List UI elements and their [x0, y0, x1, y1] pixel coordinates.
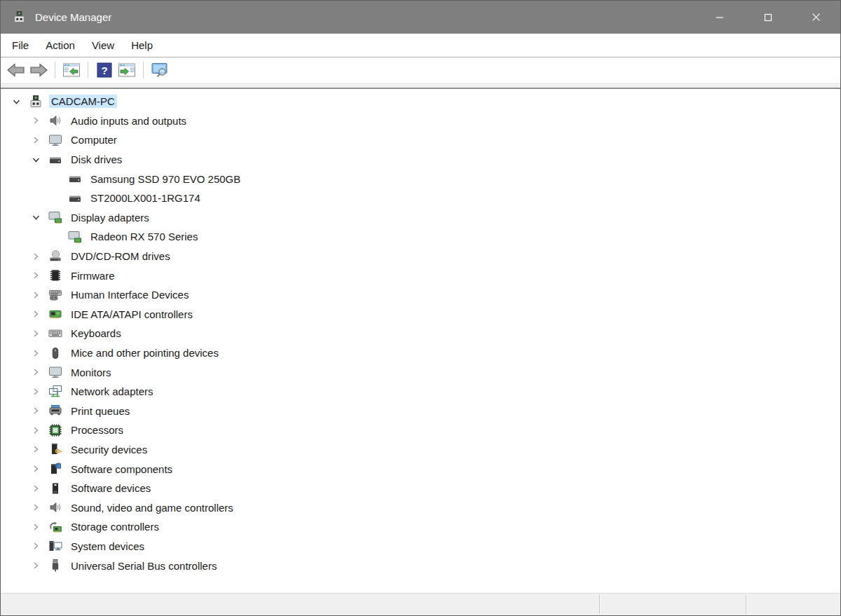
show-console-tree-button[interactable]: [61, 60, 82, 80]
tree-item-monitors[interactable]: Monitors: [1, 362, 840, 382]
chevron-right-icon[interactable]: [26, 484, 46, 493]
tree-item-label[interactable]: Disk drives: [69, 153, 124, 166]
tree-item-label[interactable]: Human Interface Devices: [69, 288, 191, 301]
tree-item-label[interactable]: Monitors: [69, 366, 114, 379]
chevron-right-icon[interactable]: [26, 502, 46, 512]
statusbar-pane: [600, 594, 746, 615]
tree-item-security-devices[interactable]: Security devices: [1, 440, 840, 460]
tree-item-label[interactable]: Software components: [69, 463, 175, 476]
dvd-icon: [48, 249, 62, 263]
chevron-right-icon[interactable]: [26, 444, 46, 454]
tree-item-display-adapters[interactable]: Display adapters: [1, 208, 840, 228]
tree-item-label[interactable]: System devices: [69, 540, 146, 553]
statusbar-pane: [746, 594, 840, 615]
menu-file[interactable]: File: [4, 34, 37, 57]
tree-item-human-interface-devices[interactable]: Human Interface Devices: [1, 285, 840, 305]
tree-item-label[interactable]: ST2000LX001-1RG174: [88, 191, 203, 205]
tree-item-label[interactable]: Audio inputs and outputs: [69, 114, 189, 128]
chevron-down-icon[interactable]: [26, 155, 46, 165]
hid-icon: [48, 288, 62, 302]
chevron-right-icon[interactable]: [26, 271, 46, 280]
tree-item-radeon-rx-570-series[interactable]: Radeon RX 570 Series: [1, 227, 840, 247]
tree-item-mice-and-other-pointing-devices[interactable]: Mice and other pointing devices: [1, 343, 840, 363]
disk-icon: [68, 191, 82, 205]
toolbar-separator: [88, 62, 88, 78]
tree-item-software-components[interactable]: Software components: [1, 459, 840, 479]
tree-item-label[interactable]: Print queues: [69, 404, 132, 418]
tree-item-storage-controllers[interactable]: Storage controllers: [1, 517, 840, 537]
tree-item-ide-ata-atapi-controllers[interactable]: IDE ATA/ATAPI controllers: [1, 305, 840, 324]
menu-help[interactable]: Help: [123, 34, 161, 57]
chevron-right-icon[interactable]: [26, 406, 46, 416]
monitor-icon: [48, 365, 62, 379]
chevron-right-icon[interactable]: [26, 116, 46, 125]
tree-item-label[interactable]: DVD/CD-ROM drives: [69, 249, 172, 263]
tree-item-label[interactable]: Keyboards: [69, 327, 123, 340]
tree-item-label[interactable]: Computer: [69, 133, 119, 146]
tree-item-label[interactable]: IDE ATA/ATAPI controllers: [69, 308, 195, 321]
scan-hardware-changes-button[interactable]: [149, 60, 170, 80]
chevron-right-icon[interactable]: [26, 561, 46, 570]
tree-item-keyboards[interactable]: Keyboards: [1, 324, 840, 343]
tree-item-computer[interactable]: Computer: [1, 130, 840, 150]
tree-item-network-adapters[interactable]: Network adapters: [1, 382, 840, 402]
chevron-right-icon[interactable]: [26, 367, 46, 377]
minimize-icon: [716, 13, 724, 22]
tree-item-print-queues[interactable]: Print queues: [1, 402, 840, 421]
tree-item-firmware[interactable]: Firmware: [1, 266, 840, 285]
tree-item-label[interactable]: Network adapters: [69, 385, 156, 398]
chevron-right-icon[interactable]: [26, 329, 46, 338]
forward-arrow-icon: [29, 62, 48, 78]
chevron-right-icon[interactable]: [26, 309, 46, 319]
device-icon: [29, 95, 43, 109]
tree-item-universal-serial-bus-controllers[interactable]: Universal Serial Bus controllers: [1, 556, 840, 575]
chevron-right-icon[interactable]: [26, 348, 46, 358]
tree-item-label[interactable]: Processors: [69, 423, 125, 437]
close-button[interactable]: [792, 1, 840, 34]
tree-item-label[interactable]: Display adapters: [69, 211, 151, 224]
tree-item-samsung-ssd-970-evo-250gb[interactable]: Samsung SSD 970 EVO 250GB: [1, 169, 840, 189]
menu-action[interactable]: Action: [37, 34, 83, 57]
tree-item-label[interactable]: Mice and other pointing devices: [69, 346, 221, 360]
chevron-right-icon[interactable]: [26, 387, 46, 397]
help-button[interactable]: [94, 60, 115, 80]
chevron-right-icon[interactable]: [26, 522, 46, 532]
software-component-icon: [48, 462, 62, 476]
usb-icon: [48, 559, 62, 573]
help-icon: [95, 62, 114, 78]
back-button[interactable]: [6, 60, 27, 80]
display-adapter-icon: [68, 230, 82, 244]
tree-item-st2000lx001-1rg174[interactable]: ST2000LX001-1RG174: [1, 189, 840, 208]
minimize-button[interactable]: [695, 1, 744, 34]
tree-item-label[interactable]: CADCAM-PC: [49, 95, 117, 108]
tree-item-disk-drives[interactable]: Disk drives: [1, 150, 840, 170]
tree-item-system-devices[interactable]: System devices: [1, 537, 840, 556]
chevron-right-icon[interactable]: [26, 135, 46, 145]
chevron-right-icon[interactable]: [26, 290, 46, 300]
chevron-down-icon[interactable]: [26, 212, 46, 222]
tree-item-label[interactable]: Samsung SSD 970 EVO 250GB: [88, 172, 242, 186]
tree-item-label[interactable]: Firmware: [69, 269, 117, 282]
maximize-button[interactable]: [744, 1, 792, 34]
tree-item-label[interactable]: Software devices: [69, 481, 153, 495]
tree-item-label[interactable]: Security devices: [69, 443, 149, 456]
chevron-right-icon[interactable]: [26, 541, 46, 551]
tree-item-cadcam-pc[interactable]: CADCAM-PC: [1, 92, 840, 111]
tree-item-audio-inputs-and-outputs[interactable]: Audio inputs and outputs: [1, 111, 840, 131]
toolbar: [1, 57, 840, 83]
action-pane-button[interactable]: [116, 60, 137, 80]
chevron-right-icon[interactable]: [26, 425, 46, 435]
tree-item-label[interactable]: Radeon RX 570 Series: [88, 230, 200, 243]
tree-item-processors[interactable]: Processors: [1, 420, 840, 440]
tree-item-label[interactable]: Storage controllers: [69, 520, 161, 533]
menu-view[interactable]: View: [83, 34, 123, 57]
tree-item-sound-video-and-game-controllers[interactable]: Sound, video and game controllers: [1, 498, 840, 517]
tree-item-dvd-cd-rom-drives[interactable]: DVD/CD-ROM drives: [1, 247, 840, 266]
tree-item-software-devices[interactable]: Software devices: [1, 479, 840, 498]
tree-item-label[interactable]: Universal Serial Bus controllers: [69, 559, 219, 573]
chevron-down-icon[interactable]: [6, 97, 26, 107]
chevron-right-icon[interactable]: [26, 464, 46, 474]
tree-item-label[interactable]: Sound, video and game controllers: [69, 501, 235, 514]
chevron-right-icon[interactable]: [26, 252, 46, 261]
forward-button[interactable]: [28, 60, 49, 80]
